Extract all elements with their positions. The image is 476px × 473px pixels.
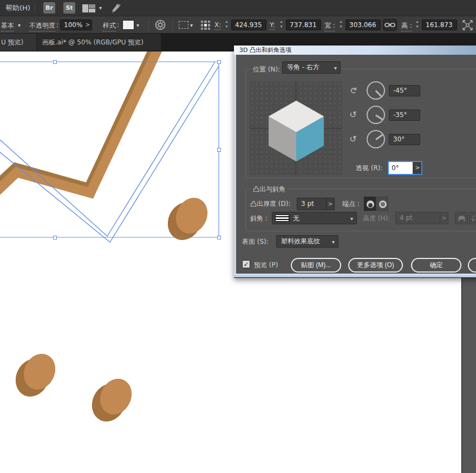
selection-handle[interactable] [217,148,221,152]
x-label[interactable]: X: [214,21,221,30]
track-cube-preview[interactable] [250,81,342,175]
select-similar-icon[interactable] [179,21,188,29]
style-colon: : [117,21,119,29]
menu-help[interactable]: 帮助(H) [5,3,30,13]
extrude-depth-arrow-icon[interactable]: > [326,198,334,210]
position-dropdown[interactable]: 等角 - 右方 ▾ [282,61,341,74]
width-field[interactable]: 303.066 p [345,20,381,30]
opacity-arrow-icon[interactable]: > [83,20,92,30]
artwork-coin-2[interactable] [10,348,61,402]
document-tab-clipped[interactable]: U 预览) × [0,34,36,51]
dialog-title: 3D 凸出和斜角选项 [239,47,291,54]
rotate-z-dial[interactable] [367,130,385,148]
perspective-combo: 0° > [388,161,422,175]
map-art-button[interactable]: 贴图 (M)... [291,258,341,273]
preview-cube[interactable] [264,95,329,161]
control-bar: 基本 ▾ 不透明度 : 100% > 样式 : ▾ ▾ X: ▴▾ 424.93… [0,16,476,34]
controlbar-separator [172,19,173,31]
style-label[interactable]: 样式 [103,21,116,31]
width-stepper[interactable]: ▴▾ [337,20,344,30]
x-field[interactable]: 424.935 p [231,20,266,30]
tab-label: 画板.ai* @ 50% (RGB/GPU 预览) [42,38,144,46]
artwork-zigzag-shadow[interactable] [0,51,157,189]
pasteboard-area [462,277,476,473]
more-options-button[interactable]: 更多选项 (O) [348,258,403,273]
bridge-button[interactable]: Br [43,2,55,14]
bevel-value: 无 [293,215,299,222]
cap-hollow-toggle[interactable] [376,197,388,211]
extrude-legend: 凸出与斜角 [250,185,288,194]
perspective-arrow-icon[interactable]: > [413,162,422,174]
artboard-edge [461,277,462,473]
selection-handle[interactable] [217,236,221,239]
rotate-z-icon: ↺ [348,134,358,145]
y-field[interactable]: 737.831 p [286,20,321,30]
bevel-height-label: 高度 (H): [363,214,390,223]
reference-point-grid[interactable] [201,21,210,30]
rotate-z-field[interactable]: 30° [389,134,420,145]
workspace-switcher-icon[interactable] [82,4,95,12]
appearance-preset-dropdown[interactable]: 基本 [1,21,14,31]
rotate-x-dial[interactable] [367,81,385,100]
selection-handle[interactable] [53,60,57,64]
extrude-depth-label: 凸出厚度 (D): [250,199,290,209]
preview-label: 预览 (P) [254,261,278,270]
y-stepper[interactable]: ▴▾ [278,20,285,30]
position-chevron-icon: ▾ [334,62,337,74]
3d-extrude-bevel-dialog: 3D 凸出和斜角选项 位置 (N): 等角 - 右方 ▾ ↻ -45° ↺ -3… [234,46,476,278]
share-rocket-icon[interactable] [110,2,122,16]
style-chevron-icon[interactable]: ▾ [136,22,139,28]
opacity-colon: : [56,21,58,29]
perspective-input[interactable]: 0° [389,162,413,174]
surface-dropdown[interactable]: 塑料效果底纹 ▾ [276,235,338,248]
dialog-title-bar[interactable]: 3D 凸出和斜角选项 [234,46,476,55]
controlbar-separator [148,19,149,31]
position-value: 等角 - 右方 [287,63,319,71]
ok-button[interactable]: 确定 [411,258,461,273]
extrude-fieldset [245,189,476,231]
selection-handle[interactable] [217,60,221,64]
stock-button[interactable]: St [63,2,75,14]
selection-handle[interactable] [53,236,57,239]
rotate-y-dial[interactable] [367,106,385,124]
extrude-depth-field[interactable]: 3 pt > [297,198,335,210]
document-tab-active[interactable]: 画板.ai* @ 50% (RGB/GPU 预览) × [37,34,161,51]
bevel-dropdown[interactable]: 无 ▾ [272,212,357,224]
tab-label: U 预览) [1,38,23,46]
cap-hollow-icon [379,200,387,208]
color-wheel-icon[interactable] [155,20,166,32]
bevel-chevron-icon: ▾ [350,212,353,225]
bevel-height-arrow-icon: > [440,212,448,224]
height-label[interactable]: 高 : [401,21,412,31]
bevel-label: 斜角 : [250,214,268,223]
perspective-label: 透视 (R): [356,164,383,173]
rotate-x-field[interactable]: -45° [389,85,420,96]
surface-label: 表面 (S): [242,237,269,247]
height-field[interactable]: 161.873 p [422,20,457,30]
rotate-y-icon: ↺ [348,109,358,120]
cap-solid-toggle[interactable] [364,197,376,211]
y-label[interactable]: Y: [270,21,275,30]
bevel-extent-out-button-disabled [455,212,468,224]
opacity-field[interactable]: 100% > [60,20,92,30]
surface-chevron-icon: ▾ [332,236,335,248]
link-dimensions-icon[interactable] [383,19,397,31]
bevel-extent-in-button-disabled [469,212,476,224]
opacity-label[interactable]: 不透明度 [29,21,55,31]
position-legend: 位置 (N): [250,65,283,74]
cancel-button-clipped[interactable] [468,258,476,273]
rotate-y-field[interactable]: -35° [389,109,420,121]
preview-checkbox[interactable]: ✓ [242,260,250,268]
x-stepper[interactable]: ▴▾ [223,20,230,30]
artwork-coin-1[interactable] [162,192,213,245]
preset-chevron-icon[interactable]: ▾ [18,22,21,28]
caps-label: 端点 : [342,199,360,209]
style-swatch[interactable] [122,20,134,30]
select-similar-chevron-icon[interactable]: ▾ [190,22,193,28]
height-stepper[interactable]: ▴▾ [414,20,421,30]
artwork-coin-3[interactable] [86,373,138,427]
width-label[interactable]: 宽 : [324,21,335,31]
rotate-x-icon: ↻ [348,85,358,96]
transform-icon[interactable] [462,20,473,33]
workspace-chevron-icon[interactable]: ▾ [99,5,102,11]
